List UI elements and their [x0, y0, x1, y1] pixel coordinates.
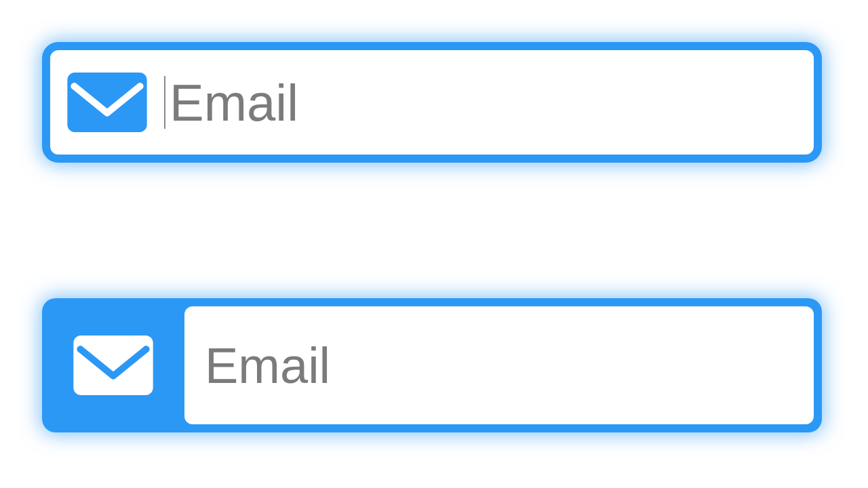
envelope-icon: [42, 298, 184, 432]
email-field-filled[interactable]: [42, 298, 822, 432]
envelope-icon: [50, 73, 164, 132]
email-input[interactable]: [203, 306, 795, 424]
text-caret: [164, 76, 165, 129]
email-input[interactable]: [170, 50, 814, 155]
email-input-container: [184, 306, 814, 424]
email-field-outline[interactable]: [42, 42, 822, 163]
